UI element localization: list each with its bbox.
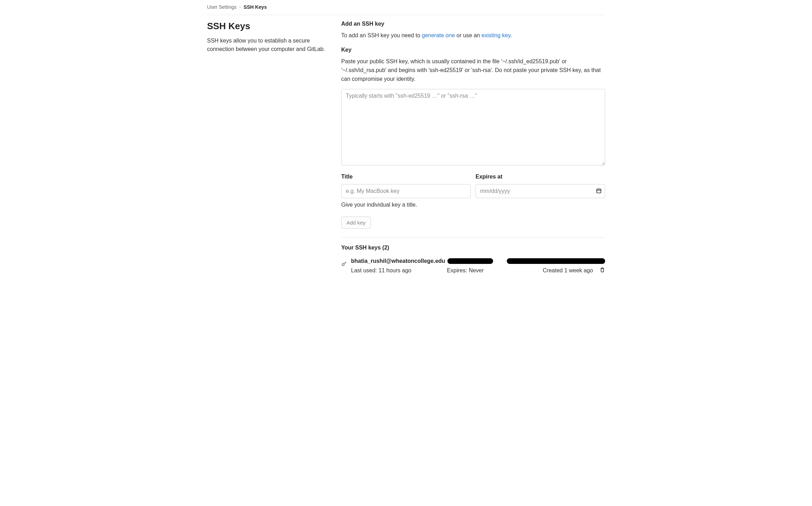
chevron-right-icon: › <box>240 5 241 9</box>
key-icon <box>341 261 347 267</box>
ssh-key-item: bhatia_rushil@wheatoncollege.edu Last us… <box>341 258 605 280</box>
trash-icon[interactable] <box>600 267 605 274</box>
title-hint: Give your individual key a title. <box>341 202 471 208</box>
page-description-sidebar: SSH Keys SSH keys allow you to establish… <box>207 21 330 280</box>
title-label: Title <box>341 174 471 180</box>
expires-label: Expires at <box>476 174 605 180</box>
breadcrumb-parent[interactable]: User Settings <box>207 4 237 10</box>
page-title: SSH Keys <box>207 21 330 32</box>
divider <box>341 237 605 238</box>
key-textarea[interactable] <box>341 89 605 166</box>
existing-key-link[interactable]: existing key <box>482 32 510 38</box>
title-input[interactable] <box>341 184 471 198</box>
redacted-fingerprint <box>447 258 493 264</box>
breadcrumb: User Settings › SSH Keys <box>207 4 605 15</box>
expires-input[interactable] <box>476 184 605 198</box>
generate-one-link[interactable]: generate one <box>422 32 455 38</box>
breadcrumb-current: SSH Keys <box>244 4 267 10</box>
key-help-text: Paste your public SSH key, which is usua… <box>341 57 605 83</box>
add-key-button[interactable]: Add key <box>341 216 371 229</box>
redacted-fingerprint <box>507 258 605 264</box>
ssh-key-title[interactable]: bhatia_rushil@wheatoncollege.edu <box>351 258 445 264</box>
page-description: SSH keys allow you to establish a secure… <box>207 37 330 53</box>
key-label: Key <box>341 47 605 53</box>
svg-line-6 <box>345 262 346 263</box>
main-content: Add an SSH key To add an SSH key you nee… <box>341 21 605 280</box>
your-keys-heading: Your SSH keys (2) <box>341 245 605 251</box>
ssh-key-expires: Expires: Never <box>447 267 543 274</box>
add-key-heading: Add an SSH key <box>341 21 605 27</box>
ssh-key-last-used: Last used: 11 hours ago <box>351 267 447 274</box>
ssh-key-created: Created 1 week ago <box>543 267 593 274</box>
add-key-intro: To add an SSH key you need to generate o… <box>341 31 605 40</box>
svg-point-4 <box>342 264 344 266</box>
